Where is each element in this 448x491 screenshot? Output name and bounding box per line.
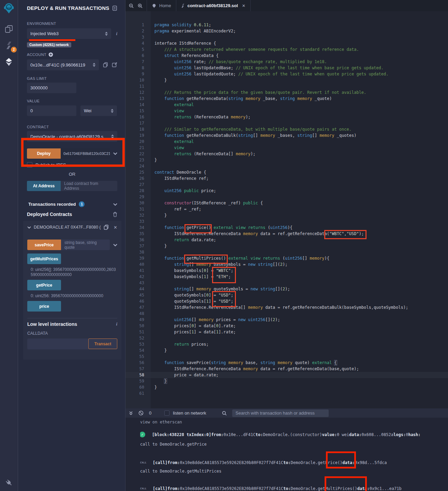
clear-console-icon[interactable] bbox=[138, 410, 144, 416]
code-line-19[interactable]: 19 function getReferenceDataBulk(string[… bbox=[125, 132, 448, 139]
code-line-47[interactable]: 47 IStdReference.ReferenceData[] memory … bbox=[125, 304, 448, 311]
code-line-40[interactable]: 40 string[] memory baseSymbols = new str… bbox=[125, 261, 448, 268]
code-line-34[interactable]: 34 function getPrice() external view ret… bbox=[125, 225, 448, 231]
listen-network-checkbox[interactable] bbox=[164, 410, 169, 416]
zoom-in-icon[interactable] bbox=[138, 3, 143, 8]
saveprice-button[interactable]: savePrice bbox=[27, 240, 61, 250]
code-line-6[interactable]: 6 struct ReferenceData { bbox=[125, 53, 448, 59]
code-line-46[interactable]: 46 quoteSymbols[1] = "USD"; bbox=[125, 298, 448, 304]
tab-contract-file[interactable]: contract-a60bf38129.sol ✕ bbox=[176, 0, 251, 11]
code-line-39[interactable]: 39 function getMultiPrices() external vi… bbox=[125, 255, 448, 261]
gas-limit-input[interactable]: 3000000 bbox=[27, 83, 76, 93]
environment-info-icon[interactable]: i bbox=[116, 31, 117, 37]
code-line-4[interactable]: 4interface IStdReference { bbox=[125, 40, 448, 46]
code-line-48[interactable]: 48 bbox=[125, 311, 448, 317]
code-line-38[interactable]: 38 bbox=[125, 249, 448, 255]
code-line-31[interactable]: 31 ref = _ref; bbox=[125, 206, 448, 212]
documentation-icon[interactable] bbox=[112, 5, 117, 11]
code-line-25[interactable]: 25contract DemoOracle { bbox=[125, 169, 448, 175]
code-line-18[interactable]: 18 /// Similar to getReferenceData, but … bbox=[125, 126, 448, 132]
code-line-56[interactable]: 56 function savePrice(string memory base… bbox=[125, 360, 448, 366]
account-select[interactable]: 0x10e...dF41C (9.96066119 bbox=[27, 59, 99, 70]
add-account-icon[interactable] bbox=[48, 52, 53, 57]
code-line-54[interactable]: 54 } bbox=[125, 347, 448, 353]
transact-button[interactable]: Transact bbox=[88, 338, 117, 349]
saveprice-expand-icon[interactable] bbox=[110, 244, 117, 246]
terminal-expand-icon[interactable] bbox=[129, 411, 133, 415]
code-line-22[interactable]: 22 returns (ReferenceData[] memory); bbox=[125, 151, 448, 157]
remix-logo-icon[interactable] bbox=[3, 3, 15, 14]
solidity-compiler-icon[interactable]: 1 bbox=[3, 40, 15, 51]
code-line-21[interactable]: 21 view bbox=[125, 145, 448, 151]
code-line-5[interactable]: 5 /// A structure returned whenever some… bbox=[125, 46, 448, 53]
code-line-55[interactable]: 55 bbox=[125, 353, 448, 360]
contract-select[interactable]: DemoOracle - contract-a60bf38129.s bbox=[27, 131, 117, 142]
code-line-33[interactable]: 33 bbox=[125, 218, 448, 225]
code-line-2[interactable]: 2pragma experimental ABIEncoderV2; bbox=[125, 28, 448, 34]
at-address-button[interactable]: At Address bbox=[27, 181, 61, 191]
code-line-30[interactable]: 30 constructor(IStdReference _ref) publi… bbox=[125, 200, 448, 206]
deploy-run-icon[interactable] bbox=[3, 56, 15, 68]
code-line-28[interactable]: 28 uint256 public price; bbox=[125, 188, 448, 194]
code-line-58[interactable]: 58 price = data.rate; bbox=[125, 372, 448, 378]
code-line-50[interactable]: 50 prices[0] = data[0].rate; bbox=[125, 323, 448, 329]
price-button[interactable]: price bbox=[27, 301, 61, 312]
tab-home[interactable]: Home bbox=[147, 0, 176, 11]
code-line-43[interactable]: 43 bbox=[125, 280, 448, 286]
low-level-info-icon[interactable]: i bbox=[116, 321, 117, 327]
code-line-57[interactable]: 57 IStdReference.ReferenceData memory da… bbox=[125, 366, 448, 372]
deploy-arg-input[interactable]: 0x61704EFB8b8120c03C21 bbox=[61, 148, 110, 159]
copy-contract-icon[interactable] bbox=[104, 225, 109, 230]
environment-select[interactable]: Injected Web3 bbox=[27, 28, 111, 39]
code-line-60[interactable]: 60} bbox=[125, 384, 448, 390]
code-line-10[interactable]: 10 } bbox=[125, 77, 448, 83]
code-line-12[interactable]: 12 /// Returns the price data for the gi… bbox=[125, 89, 448, 96]
code-line-8[interactable]: 8 uint256 lastUpdatedBase; // UNIX epoch… bbox=[125, 65, 448, 71]
code-line-53[interactable]: 53 return prices; bbox=[125, 341, 448, 347]
clear-contracts-trash-icon[interactable] bbox=[113, 212, 117, 217]
code-line-32[interactable]: 32 } bbox=[125, 212, 448, 218]
code-line-42[interactable]: 42 baseSymbols[1] = "ETH"; bbox=[125, 274, 448, 280]
etherscan-link[interactable]: view on etherscan bbox=[140, 420, 448, 424]
at-address-input[interactable]: Load contract from Address bbox=[61, 181, 117, 191]
terminal-row-call[interactable]: CALL[call] from: 0x10e8ddeCA8185573e5926… bbox=[140, 460, 448, 465]
code-line-16[interactable]: 16 returns (ReferenceData memory); bbox=[125, 114, 448, 120]
saveprice-args-input[interactable]: string base, string quote bbox=[61, 240, 110, 250]
code-line-26[interactable]: 26 IStdReference ref; bbox=[125, 175, 448, 182]
code-line-59[interactable]: 59 } bbox=[125, 378, 448, 384]
code-line-9[interactable]: 9 uint256 lastUpdatedQuote; // UNIX epoc… bbox=[125, 71, 448, 77]
code-line-20[interactable]: 20 external bbox=[125, 139, 448, 145]
code-line-14[interactable]: 14 external bbox=[125, 102, 448, 108]
value-input[interactable]: 0 bbox=[27, 105, 76, 116]
code-line-51[interactable]: 51 prices[1] = data[1].rate; bbox=[125, 329, 448, 335]
code-line-24[interactable]: 24 bbox=[125, 163, 448, 169]
getprice-button[interactable]: getPrice bbox=[27, 280, 61, 290]
code-line-35[interactable]: 35 IStdReference.ReferenceData memory da… bbox=[125, 231, 448, 237]
terminal-row-call[interactable]: CALL[call] from: 0x10e8ddeCA8185573e5926… bbox=[140, 486, 448, 491]
code-line-52[interactable]: 52 bbox=[125, 335, 448, 341]
file-explorer-icon[interactable] bbox=[3, 23, 15, 35]
code-line-7[interactable]: 7 uint256 rate; // base/quote exchange r… bbox=[125, 59, 448, 65]
contract-collapse-icon[interactable] bbox=[27, 226, 31, 229]
code-line-36[interactable]: 36 return data.rate; bbox=[125, 237, 448, 243]
publish-ipfs-checkbox[interactable] bbox=[27, 162, 32, 168]
sign-message-icon[interactable] bbox=[112, 62, 117, 68]
code-line-29[interactable]: 29 bbox=[125, 194, 448, 200]
plugin-manager-icon[interactable] bbox=[3, 477, 15, 488]
terminal-row-plain[interactable]: call to DemoOracle.getMultiPrices bbox=[140, 469, 448, 474]
code-line-13[interactable]: 13 function getReferenceData(string memo… bbox=[125, 96, 448, 102]
code-line-49[interactable]: 49 uint256[] memory prices = new uint256… bbox=[125, 317, 448, 323]
code-line-3[interactable]: 3 bbox=[125, 34, 448, 40]
terminal-row-tx[interactable]: ✓[block:438228 txIndex:0] from: 0x10e...… bbox=[140, 432, 448, 437]
deploy-expand-icon[interactable] bbox=[110, 152, 117, 155]
code-line-27[interactable]: 27 bbox=[125, 182, 448, 188]
code-line-45[interactable]: 45 quoteSymbols[0] = "USD"; bbox=[125, 292, 448, 298]
code-line-15[interactable]: 15 view bbox=[125, 108, 448, 114]
code-line-23[interactable]: 23} bbox=[125, 157, 448, 163]
close-tab-icon[interactable]: ✕ bbox=[242, 3, 245, 8]
code-line-17[interactable]: 17 bbox=[125, 120, 448, 126]
code-line-44[interactable]: 44 string[] memory quoteSymbols = new st… bbox=[125, 286, 448, 292]
remove-contract-icon[interactable]: ✕ bbox=[114, 225, 117, 230]
getmultiprices-button[interactable]: getMultiPrices bbox=[27, 254, 61, 264]
code-line-1[interactable]: 1pragma solidity 0.6.11; bbox=[125, 22, 448, 28]
